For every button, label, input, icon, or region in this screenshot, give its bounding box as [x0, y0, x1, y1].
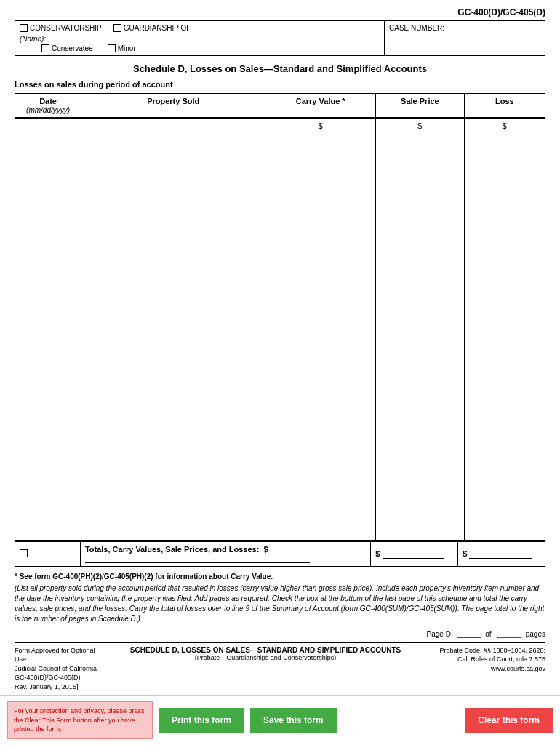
name-label: (Name):: [20, 35, 380, 43]
th-carry: Carry Value *: [265, 94, 376, 119]
th-property: Property Sold: [81, 94, 265, 119]
totals-checkbox[interactable]: [20, 549, 28, 557]
header-right: CASE NUMBER:: [385, 21, 545, 55]
form-footer: Form Approved for Optional Use Judicial …: [15, 642, 545, 692]
form-id: GC-400(D)/GC-405(D): [15, 7, 545, 17]
privacy-notice: For your protection and privacy, please …: [7, 701, 153, 739]
guardianship-label: GUARDIANSHIP OF: [124, 24, 191, 32]
footer-left-line3: GC-400(D)/GC-405(D): [15, 673, 102, 682]
totals-loss-dollar: $: [463, 549, 467, 558]
totals-label: Totals, Carry Values, Sale Prices, and L…: [85, 545, 259, 554]
print-button[interactable]: Print this form: [159, 708, 244, 733]
notes-body: (List all property sold during the accou…: [15, 583, 545, 624]
guardianship-checkbox-item: GUARDIANSHIP OF: [113, 24, 191, 32]
totals-carry-dollar: $: [375, 549, 380, 558]
header-left: CONSERVATORSHIP GUARDIANSHIP OF (Name): …: [15, 21, 385, 55]
loss-dollar: $: [503, 121, 507, 130]
sale-cell[interactable]: $: [376, 118, 465, 540]
main-table: Date (mm/dd/yyyy) Property Sold Carry Va…: [15, 93, 545, 541]
notes-section: * See form GC-400(PH)(2)/GC-405(PH)(2) f…: [15, 573, 545, 624]
clear-button[interactable]: Clear this form: [465, 708, 553, 733]
table-row: $ $ $: [15, 118, 545, 540]
totals-checkbox-cell: [15, 541, 81, 567]
conservatorship-checkbox-item: CONSERVATORSHIP: [20, 24, 102, 32]
conservatorship-label: CONSERVATORSHIP: [30, 24, 102, 32]
totals-carry-input[interactable]: [85, 554, 310, 563]
conservatee-checkbox[interactable]: [41, 44, 49, 52]
totals-table: Totals, Carry Values, Sale Prices, and L…: [15, 541, 545, 567]
page: GC-400(D)/GC-405(D) CONSERVATORSHIP GUAR…: [0, 0, 560, 745]
footer-left-line2: Judicial Council of California: [15, 664, 102, 674]
case-number-label: CASE NUMBER:: [389, 24, 540, 32]
footer-right-line2: Cal. Rules of Court, rule 7.575: [429, 655, 545, 664]
footer-right-line3: www.courts.ca.gov: [429, 664, 545, 674]
loss-cell[interactable]: $: [464, 118, 545, 540]
footer-center: SCHEDULE D, LOSSES ON SALES—STANDARD AND…: [102, 646, 429, 661]
of-label: of: [485, 630, 491, 638]
footer-left-line1: Form Approved for Optional Use: [15, 646, 102, 664]
header-box: CONSERVATORSHIP GUARDIANSHIP OF (Name): …: [15, 20, 545, 56]
totals-sale-input[interactable]: [383, 549, 444, 559]
th-date: Date (mm/dd/yyyy): [15, 94, 81, 119]
conservatorship-checkbox[interactable]: [20, 24, 28, 32]
th-loss: Loss: [464, 94, 545, 119]
footer-right: Probate Code, §§ 1080–1084, 2620; Cal. R…: [429, 646, 545, 674]
minor-checkbox[interactable]: [108, 44, 116, 52]
conservatee-checkbox-item: Conservatee: [41, 44, 93, 52]
th-sale: Sale Price: [376, 94, 465, 119]
sale-dollar: $: [417, 121, 422, 130]
totals-carry-cell[interactable]: $: [371, 541, 458, 567]
footer-center-title: SCHEDULE D, LOSSES ON SALES—STANDARD AND…: [102, 646, 429, 654]
footer-right-line1: Probate Code, §§ 1080–1084, 2620;: [429, 646, 545, 656]
totals-label-cell: Totals, Carry Values, Sale Prices, and L…: [80, 541, 370, 567]
totals-loss-input[interactable]: [469, 549, 531, 559]
totals-loss-cell[interactable]: $: [458, 541, 545, 567]
form-title: Schedule D, Losses on Sales—Standard and…: [15, 63, 545, 74]
save-button[interactable]: Save this form: [250, 708, 337, 733]
property-cell[interactable]: [81, 118, 265, 540]
asterisk-note: * See form GC-400(PH)(2)/GC-405(PH)(2) f…: [15, 573, 545, 581]
footer-left-line4: Rev. January 1, 2015]: [15, 682, 102, 692]
footer-center-sub: (Probate—Guardianships and Conservatorsh…: [102, 654, 429, 661]
date-cell[interactable]: [15, 118, 81, 540]
minor-checkbox-item: Minor: [108, 44, 136, 52]
footer-left: Form Approved for Optional Use Judicial …: [15, 646, 102, 692]
carry-cell[interactable]: $: [265, 118, 376, 540]
carry-dollar: $: [319, 121, 323, 130]
guardianship-checkbox[interactable]: [113, 24, 121, 32]
minor-label: Minor: [118, 44, 136, 52]
page-numbering: Page D ______ of ______ pages: [15, 630, 545, 638]
section-header: Losses on sales during period of account: [15, 80, 545, 89]
conservatee-label: Conservatee: [52, 44, 93, 52]
page-label: Page D: [427, 630, 451, 638]
totals-dollar: $: [263, 545, 268, 554]
pages-label: pages: [526, 630, 545, 638]
action-bar: For your protection and privacy, please …: [0, 695, 560, 745]
